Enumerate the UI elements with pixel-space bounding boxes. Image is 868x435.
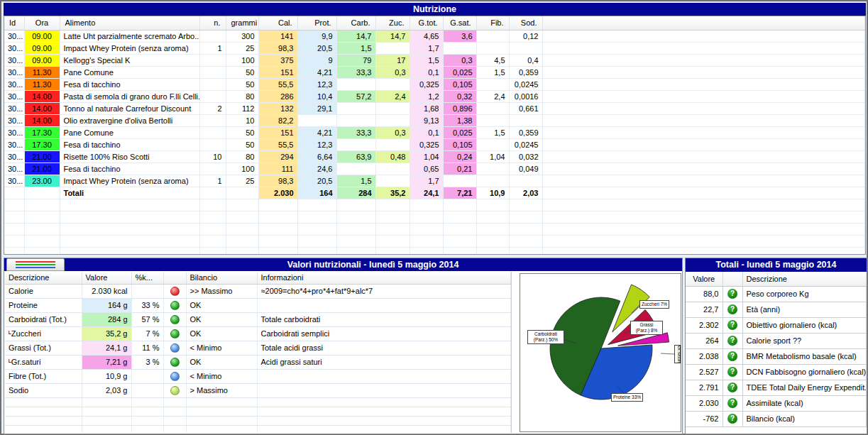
col-header-sod[interactable]: Sod. — [509, 16, 542, 30]
cell-valore: 22,7 — [686, 302, 723, 317]
nutrient-row[interactable]: ᴸZuccheri35,2 g7 %OKCarboidrati semplici — [5, 326, 511, 341]
cell-empty — [131, 407, 163, 416]
cell-id: 30... — [4, 30, 24, 42]
col-header-bilancio[interactable]: Bilancio — [186, 272, 257, 284]
cell-sod: 0,359 — [509, 126, 542, 138]
total-row[interactable]: 2.527?DCN Fabbisogno giornaliero (kcal) — [686, 364, 867, 380]
cell-filler — [542, 150, 865, 163]
cell-empty — [24, 199, 60, 211]
cell-informazioni: Totale acidi grassi — [257, 341, 511, 355]
nutrient-row[interactable]: ᴸGr.saturi7,21 g3 %OKAcidi grassi saturi — [5, 355, 511, 369]
col-header-descrizione[interactable]: Descrizione — [5, 272, 82, 284]
cell-informazioni: Totale carboidrati — [257, 312, 511, 326]
cell-n — [199, 114, 226, 126]
cell-fib: 1,5 — [476, 66, 509, 78]
food-row[interactable]: 30...09.00Latte Uht parzialmente scremat… — [4, 30, 865, 42]
food-row[interactable]: 30...21.00Risette 100% Riso Scotti108029… — [4, 150, 865, 163]
help-icon[interactable]: ? — [727, 398, 737, 408]
col-header-zuc[interactable]: Zuc. — [375, 16, 410, 30]
food-row[interactable]: 30...09.00Kellogg's Special K10037597917… — [4, 54, 865, 66]
col-header-valore[interactable]: Valore — [82, 272, 131, 284]
food-row[interactable]: 30...09.00Impact Whey Protein (senza aro… — [4, 42, 865, 54]
total-row[interactable]: 2.791?TDEE Total Daily Energy Expendit..… — [686, 380, 867, 395]
cell-empty — [410, 247, 443, 255]
total-row[interactable]: 88,0?Peso corporeo Kg — [686, 286, 867, 302]
food-row[interactable]: 30...21.00Fesa di tacchino10011124,60,65… — [4, 163, 865, 175]
food-row[interactable]: 30...11.30Fesa di tacchino5055,512,30,32… — [4, 78, 865, 90]
total-row[interactable]: 264?Calorie sport ?? — [686, 333, 867, 348]
cell-ora: 09.00 — [24, 30, 60, 42]
food-row[interactable]: 30...23.00Impact Whey Protein (senza aro… — [4, 175, 865, 187]
cell-empty — [336, 199, 375, 211]
nutrient-row[interactable]: Proteine164 g33 %OK — [5, 298, 511, 312]
status-green-sphere-icon — [170, 329, 180, 338]
cell-ora: 17.30 — [24, 126, 60, 138]
cell-gsat: 3,6 — [443, 30, 476, 42]
cell-zuc — [375, 163, 410, 175]
cell-alimento: Pane Comune — [60, 66, 199, 78]
food-row[interactable]: 30...17.30Fesa di tacchino5055,512,30,32… — [4, 138, 865, 150]
food-row[interactable]: 30...14.00Pasta di semola di grano duro … — [4, 90, 865, 102]
valori-panel-title: Valori nutrizionali - lunedì 5 maggio 20… — [64, 258, 682, 271]
cell-descrizione: Obiettivo giornaliero (kcal) — [742, 317, 867, 333]
col-header-tot-descrizione[interactable]: Descrizione — [742, 272, 867, 286]
cell-ora: 09.00 — [24, 42, 60, 54]
tab-stripe-green-icon — [16, 264, 55, 265]
cell-empty — [5, 397, 82, 407]
valori-header-row: Descrizione Valore %k... Bilancio Inform… — [5, 272, 511, 284]
help-icon[interactable]: ? — [727, 304, 737, 314]
help-icon[interactable]: ? — [727, 320, 737, 330]
col-header-prot[interactable]: Prot. — [297, 16, 336, 30]
help-icon[interactable]: ? — [727, 367, 737, 377]
nutrient-row[interactable]: Sodio2,03 g> Massimo — [5, 383, 511, 397]
cell-empty — [82, 416, 131, 425]
food-row[interactable]: 30...14.00Tonno al naturale Carrefour Di… — [4, 102, 865, 114]
col-header-alimento[interactable]: Alimento — [60, 16, 199, 30]
total-row[interactable]: 2.030?Assimilate (kcal) — [686, 395, 867, 411]
col-header-tot-icon — [723, 272, 742, 286]
help-icon[interactable]: ? — [727, 336, 737, 346]
col-header-n[interactable]: n. — [199, 16, 226, 30]
cell-empty — [199, 199, 226, 211]
cell-id: 30... — [4, 126, 24, 138]
col-header-gsat[interactable]: G.sat. — [443, 16, 476, 30]
nutrient-row[interactable]: Calorie2.030 kcal>> Massimo≈2009=cho*4+p… — [5, 284, 511, 298]
tab-chart-view[interactable] — [6, 258, 65, 271]
help-icon[interactable]: ? — [727, 351, 737, 361]
cell-filler — [542, 54, 865, 66]
cell-gtot: 1,5 — [410, 54, 443, 66]
food-row[interactable]: 30...17.30Pane Comune501514,2133,30,30,1… — [4, 126, 865, 138]
total-row[interactable]: -762?Bilancio (kcal) — [686, 411, 867, 426]
col-header-ora[interactable]: Ora — [24, 16, 60, 30]
cell-gsat: 7,21 — [443, 187, 476, 199]
cell-empty — [443, 247, 476, 255]
col-header-tot-valore[interactable]: Valore — [686, 272, 723, 286]
cell-descrizione: Grassi (Tot.) — [5, 341, 82, 355]
help-icon[interactable]: ? — [727, 414, 737, 424]
col-header-id[interactable]: Id — [4, 16, 24, 30]
cell-alimento: Tonno al naturale Carrefour Discount — [60, 102, 199, 114]
nutrient-row[interactable]: Grassi (Tot.)24,1 g11 %< MinimoTotale ac… — [5, 341, 511, 355]
nutrient-row[interactable]: Fibre (Tot.)10,9 g< Minimo — [5, 369, 511, 383]
cell-empty — [476, 247, 509, 255]
col-header-cal[interactable]: Cal. — [258, 16, 297, 30]
food-row[interactable]: 30...11.30Pane Comune501514,2133,30,30,1… — [4, 66, 865, 78]
cell-empty — [24, 211, 60, 223]
col-header-carb[interactable]: Carb. — [336, 16, 375, 30]
col-header-status[interactable] — [163, 272, 186, 284]
total-row[interactable]: 22,7?Età (anni) — [686, 302, 867, 317]
help-icon[interactable]: ? — [727, 289, 737, 299]
nutrient-row[interactable]: Carboidrati (Tot.)284 g57 %OKTotale carb… — [5, 312, 511, 326]
total-row[interactable]: 2.302?Obiettivo giornaliero (kcal) — [686, 317, 867, 333]
cell-empty — [60, 199, 199, 211]
cell-grammi: 50 — [226, 66, 258, 78]
col-header-gtot[interactable]: G.tot. — [410, 16, 443, 30]
col-header-informazioni[interactable]: Informazioni — [257, 272, 511, 284]
cell-carb: 14,7 — [336, 30, 375, 42]
food-row[interactable]: 30...14.00Olio extravergine d'oliva Bert… — [4, 114, 865, 126]
col-header-grammi[interactable]: grammi — [226, 16, 258, 30]
col-header-fib[interactable]: Fib. — [476, 16, 509, 30]
total-row[interactable]: 2.038?BMR Metabolismo basale (kcal) — [686, 348, 867, 364]
col-header-pct-kcal[interactable]: %k... — [131, 272, 163, 284]
help-icon[interactable]: ? — [727, 382, 737, 392]
